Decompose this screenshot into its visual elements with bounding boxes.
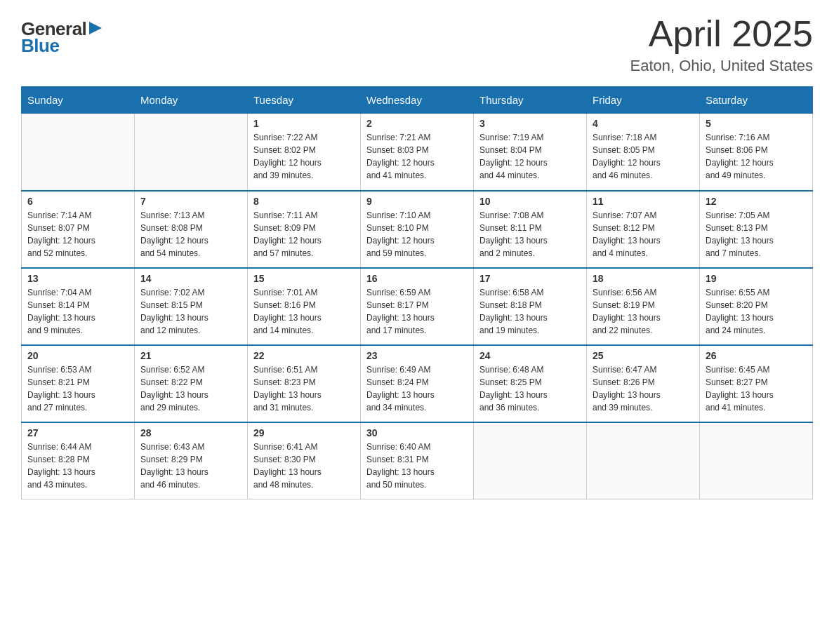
day-number: 9	[366, 196, 468, 207]
calendar-day-cell: 11Sunrise: 7:07 AMSunset: 8:12 PMDayligh…	[587, 191, 700, 268]
day-number: 22	[253, 350, 355, 361]
svg-marker-0	[89, 22, 102, 34]
day-info: Sunrise: 7:02 AMSunset: 8:15 PMDaylight:…	[140, 286, 241, 337]
day-info: Sunrise: 7:01 AMSunset: 8:16 PMDaylight:…	[253, 286, 355, 337]
day-number: 4	[593, 118, 694, 129]
calendar-day-cell: 17Sunrise: 6:58 AMSunset: 8:18 PMDayligh…	[474, 268, 587, 345]
calendar-day-cell: 24Sunrise: 6:48 AMSunset: 8:25 PMDayligh…	[474, 345, 587, 422]
day-info: Sunrise: 6:59 AMSunset: 8:17 PMDaylight:…	[366, 286, 468, 337]
calendar-day-cell: 29Sunrise: 6:41 AMSunset: 8:30 PMDayligh…	[248, 422, 361, 499]
calendar-week-row: 6Sunrise: 7:14 AMSunset: 8:07 PMDaylight…	[22, 191, 813, 268]
calendar-day-header: Saturday	[700, 87, 813, 114]
day-number: 13	[27, 273, 128, 284]
day-number: 30	[366, 427, 468, 438]
day-number: 10	[479, 196, 581, 207]
day-number: 21	[140, 350, 241, 361]
calendar-week-row: 20Sunrise: 6:53 AMSunset: 8:21 PMDayligh…	[22, 345, 813, 422]
day-info: Sunrise: 6:47 AMSunset: 8:26 PMDaylight:…	[593, 363, 694, 414]
day-info: Sunrise: 6:49 AMSunset: 8:24 PMDaylight:…	[366, 363, 468, 414]
calendar-day-cell: 27Sunrise: 6:44 AMSunset: 8:28 PMDayligh…	[22, 422, 135, 499]
day-info: Sunrise: 6:56 AMSunset: 8:19 PMDaylight:…	[593, 286, 694, 337]
calendar-day-cell: 20Sunrise: 6:53 AMSunset: 8:21 PMDayligh…	[22, 345, 135, 422]
day-info: Sunrise: 7:18 AMSunset: 8:05 PMDaylight:…	[593, 131, 694, 182]
calendar-title: April 2025	[630, 14, 814, 54]
day-info: Sunrise: 6:44 AMSunset: 8:28 PMDaylight:…	[27, 441, 128, 491]
day-info: Sunrise: 7:04 AMSunset: 8:14 PMDaylight:…	[27, 286, 128, 337]
calendar-day-cell: 16Sunrise: 6:59 AMSunset: 8:17 PMDayligh…	[361, 268, 474, 345]
calendar-day-cell: 9Sunrise: 7:10 AMSunset: 8:10 PMDaylight…	[361, 191, 474, 268]
calendar-day-cell: 5Sunrise: 7:16 AMSunset: 8:06 PMDaylight…	[700, 114, 813, 191]
day-info: Sunrise: 7:19 AMSunset: 8:04 PMDaylight:…	[479, 131, 581, 182]
day-info: Sunrise: 6:41 AMSunset: 8:30 PMDaylight:…	[253, 441, 355, 491]
calendar-day-cell: 13Sunrise: 7:04 AMSunset: 8:14 PMDayligh…	[22, 268, 135, 345]
logo: General Blue	[21, 20, 103, 55]
calendar-day-cell	[474, 422, 587, 499]
day-number: 23	[366, 350, 468, 361]
day-info: Sunrise: 6:51 AMSunset: 8:23 PMDaylight:…	[253, 363, 355, 414]
calendar-day-cell	[22, 114, 135, 191]
day-number: 18	[593, 273, 694, 284]
calendar-week-row: 1Sunrise: 7:22 AMSunset: 8:02 PMDaylight…	[22, 114, 813, 191]
day-info: Sunrise: 7:05 AMSunset: 8:13 PMDaylight:…	[706, 209, 807, 260]
page-header: General Blue April 2025 Eaton, Ohio, Uni…	[21, 14, 813, 75]
day-number: 6	[27, 196, 128, 207]
day-number: 24	[479, 350, 581, 361]
calendar-day-cell: 28Sunrise: 6:43 AMSunset: 8:29 PMDayligh…	[135, 422, 248, 499]
logo-blue-text: Blue	[21, 36, 59, 55]
calendar-day-cell: 3Sunrise: 7:19 AMSunset: 8:04 PMDaylight…	[474, 114, 587, 191]
calendar-day-cell: 30Sunrise: 6:40 AMSunset: 8:31 PMDayligh…	[361, 422, 474, 499]
day-info: Sunrise: 7:10 AMSunset: 8:10 PMDaylight:…	[366, 209, 468, 260]
day-info: Sunrise: 7:08 AMSunset: 8:11 PMDaylight:…	[479, 209, 581, 260]
day-number: 29	[253, 427, 355, 438]
calendar-day-header: Tuesday	[248, 87, 361, 114]
day-number: 3	[479, 118, 581, 129]
calendar-day-cell: 15Sunrise: 7:01 AMSunset: 8:16 PMDayligh…	[248, 268, 361, 345]
day-number: 7	[140, 196, 241, 207]
calendar-day-cell: 6Sunrise: 7:14 AMSunset: 8:07 PMDaylight…	[22, 191, 135, 268]
calendar-day-cell: 1Sunrise: 7:22 AMSunset: 8:02 PMDaylight…	[248, 114, 361, 191]
calendar-day-cell: 21Sunrise: 6:52 AMSunset: 8:22 PMDayligh…	[135, 345, 248, 422]
calendar-day-cell	[587, 422, 700, 499]
day-info: Sunrise: 7:14 AMSunset: 8:07 PMDaylight:…	[27, 209, 128, 260]
calendar-day-header: Wednesday	[361, 87, 474, 114]
day-info: Sunrise: 6:48 AMSunset: 8:25 PMDaylight:…	[479, 363, 581, 414]
day-info: Sunrise: 7:21 AMSunset: 8:03 PMDaylight:…	[366, 131, 468, 182]
calendar-day-cell: 4Sunrise: 7:18 AMSunset: 8:05 PMDaylight…	[587, 114, 700, 191]
calendar-day-cell: 8Sunrise: 7:11 AMSunset: 8:09 PMDaylight…	[248, 191, 361, 268]
calendar-header-row: SundayMondayTuesdayWednesdayThursdayFrid…	[22, 87, 813, 114]
day-number: 11	[593, 196, 694, 207]
calendar-day-cell: 14Sunrise: 7:02 AMSunset: 8:15 PMDayligh…	[135, 268, 248, 345]
calendar-day-header: Thursday	[474, 87, 587, 114]
day-number: 28	[140, 427, 241, 438]
calendar-week-row: 13Sunrise: 7:04 AMSunset: 8:14 PMDayligh…	[22, 268, 813, 345]
calendar-day-cell: 26Sunrise: 6:45 AMSunset: 8:27 PMDayligh…	[700, 345, 813, 422]
day-info: Sunrise: 6:55 AMSunset: 8:20 PMDaylight:…	[706, 286, 807, 337]
calendar-day-header: Sunday	[22, 87, 135, 114]
day-number: 15	[253, 273, 355, 284]
day-info: Sunrise: 6:52 AMSunset: 8:22 PMDaylight:…	[140, 363, 241, 414]
day-number: 1	[253, 118, 355, 129]
day-number: 20	[27, 350, 128, 361]
calendar-day-cell: 22Sunrise: 6:51 AMSunset: 8:23 PMDayligh…	[248, 345, 361, 422]
calendar-day-cell: 7Sunrise: 7:13 AMSunset: 8:08 PMDaylight…	[135, 191, 248, 268]
calendar-day-cell: 19Sunrise: 6:55 AMSunset: 8:20 PMDayligh…	[700, 268, 813, 345]
calendar-day-header: Friday	[587, 87, 700, 114]
day-number: 5	[706, 118, 807, 129]
day-info: Sunrise: 6:43 AMSunset: 8:29 PMDaylight:…	[140, 441, 241, 491]
day-info: Sunrise: 6:58 AMSunset: 8:18 PMDaylight:…	[479, 286, 581, 337]
calendar-day-header: Monday	[135, 87, 248, 114]
day-info: Sunrise: 7:07 AMSunset: 8:12 PMDaylight:…	[593, 209, 694, 260]
calendar-day-cell: 23Sunrise: 6:49 AMSunset: 8:24 PMDayligh…	[361, 345, 474, 422]
day-info: Sunrise: 6:40 AMSunset: 8:31 PMDaylight:…	[366, 441, 468, 491]
day-number: 25	[593, 350, 694, 361]
day-number: 19	[706, 273, 807, 284]
day-number: 8	[253, 196, 355, 207]
calendar-day-cell: 18Sunrise: 6:56 AMSunset: 8:19 PMDayligh…	[587, 268, 700, 345]
title-block: April 2025 Eaton, Ohio, United States	[630, 14, 814, 75]
calendar-day-cell: 12Sunrise: 7:05 AMSunset: 8:13 PMDayligh…	[700, 191, 813, 268]
day-number: 17	[479, 273, 581, 284]
day-number: 14	[140, 273, 241, 284]
day-number: 26	[706, 350, 807, 361]
day-number: 12	[706, 196, 807, 207]
day-info: Sunrise: 7:22 AMSunset: 8:02 PMDaylight:…	[253, 131, 355, 182]
